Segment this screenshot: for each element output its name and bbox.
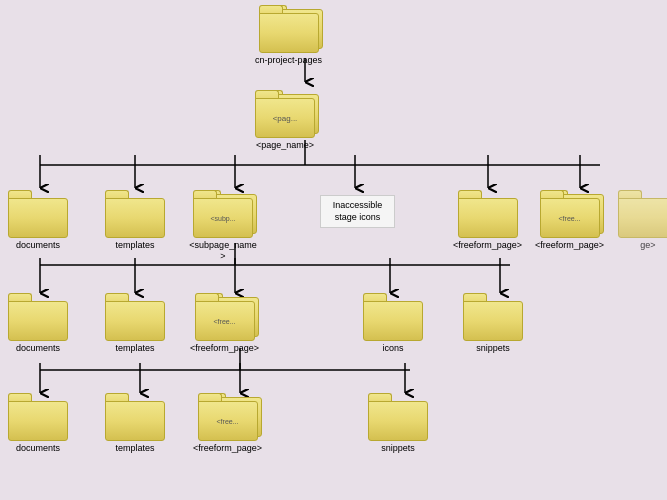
folder-label-snippets3: snippets <box>381 443 415 454</box>
folder-snippets2: snippets <box>463 293 523 354</box>
folder-icon-documents2 <box>8 293 68 341</box>
folder-subpage: <subp... <subpage_name> <box>188 190 258 262</box>
folder-freeform3: <free... <freeform_page> <box>193 393 262 454</box>
diagram-container: cn-project-pages <pag... <page_name> doc… <box>0 0 667 500</box>
folder-icon-templates3 <box>105 393 165 441</box>
folder-page: <pag... <page_name> <box>255 90 315 151</box>
folder-documents3: documents <box>8 393 68 454</box>
folder-label-snippets1: <freeform_page> <box>453 240 522 251</box>
folder-snippets1: <freeform_page> <box>453 190 522 251</box>
folder-icon-subpage: <subp... <box>193 190 253 238</box>
folder-icon-freeform1: <free... <box>540 190 600 238</box>
folder-icon-templates1 <box>105 190 165 238</box>
folder-label-extra1: ge> <box>640 240 655 251</box>
folder-label-documents2: documents <box>16 343 60 354</box>
folder-label-templates2: templates <box>115 343 154 354</box>
folder-templates1: templates <box>105 190 165 251</box>
folder-icon-icons2 <box>363 293 423 341</box>
folder-icon-snippets2 <box>463 293 523 341</box>
folder-icon-documents1 <box>8 190 68 238</box>
folder-documents2: documents <box>8 293 68 354</box>
folder-icon-freeform2: <free... <box>195 293 255 341</box>
folder-label-documents1: documents <box>16 240 60 251</box>
folder-icon-snippets3 <box>368 393 428 441</box>
folder-label-freeform1: <freeform_page> <box>535 240 604 251</box>
folder-label-documents3: documents <box>16 443 60 454</box>
folder-label-root: cn-project-pages <box>255 55 322 66</box>
folder-snippets3: snippets <box>368 393 428 454</box>
folder-icons2: icons <box>363 293 423 354</box>
folder-icon-templates2 <box>105 293 165 341</box>
folder-root: cn-project-pages <box>255 5 322 66</box>
folder-label-freeform3: <freeform_page> <box>193 443 262 454</box>
folder-icon-snippets1 <box>458 190 518 238</box>
folder-documents1: documents <box>8 190 68 251</box>
folder-label-subpage: <subpage_name> <box>188 240 258 262</box>
folder-icon-extra1 <box>618 190 667 238</box>
folder-freeform1: <free... <freeform_page> <box>535 190 604 251</box>
inaccessible-stage-icons: Inaccessible stage icons <box>320 195 395 228</box>
folder-extra1: ge> <box>618 190 667 251</box>
folder-icon-page: <pag... <box>255 90 315 138</box>
folder-label-page: <page_name> <box>256 140 314 151</box>
folder-label-templates3: templates <box>115 443 154 454</box>
folder-icon-root <box>259 5 319 53</box>
folder-icon-documents3 <box>8 393 68 441</box>
folder-label-icons2: icons <box>382 343 403 354</box>
folder-label-freeform2: <freeform_page> <box>190 343 259 354</box>
folder-icon-freeform3: <free... <box>198 393 258 441</box>
folder-freeform2: <free... <freeform_page> <box>190 293 259 354</box>
folder-templates3: templates <box>105 393 165 454</box>
folder-label-snippets2: snippets <box>476 343 510 354</box>
folder-templates2: templates <box>105 293 165 354</box>
folder-label-templates1: templates <box>115 240 154 251</box>
